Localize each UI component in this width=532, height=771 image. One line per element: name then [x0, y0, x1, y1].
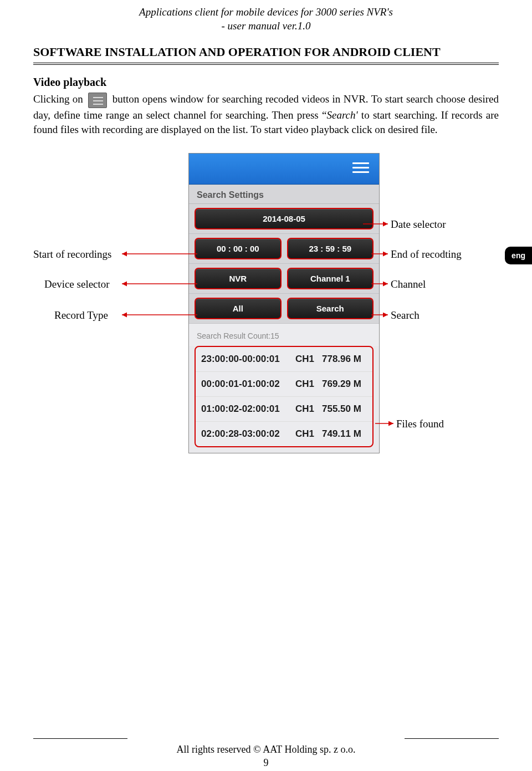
result-time: 01:00:02-02:00:01	[201, 404, 295, 415]
topbar	[189, 154, 379, 185]
list-item[interactable]: 23:00:00-00:00:01 CH1 778.96 M	[196, 347, 372, 372]
body-paragraph: Clicking on button opens window for sear…	[33, 92, 499, 136]
callout-start: Start of recordings	[33, 248, 111, 261]
section-title: SOFTWARE INSTALLATION AND OPERATION FOR …	[33, 45, 499, 59]
record-type[interactable]: All	[195, 298, 282, 319]
result-channel: CH1	[295, 428, 322, 440]
result-size: 749.11 M	[322, 428, 367, 440]
callout-channel: Channel	[391, 278, 426, 290]
result-channel: CH1	[295, 379, 322, 390]
screenshot: Search Settings 2014-08-05 00 : 00 : 00 …	[188, 153, 380, 453]
time-row: 00 : 00 : 00 23 : 59 : 59	[189, 234, 379, 264]
time-from[interactable]: 00 : 00 : 00	[195, 238, 282, 259]
callout-date: Date selector	[391, 218, 446, 231]
callout-device: Device selector	[44, 278, 110, 290]
result-size: 778.96 M	[322, 354, 367, 365]
result-time: 02:00:28-03:00:02	[201, 428, 295, 440]
list-item[interactable]: 00:00:01-01:00:02 CH1 769.29 M	[196, 372, 372, 397]
search-row: All Search	[189, 294, 379, 324]
result-time: 00:00:01-01:00:02	[201, 379, 295, 390]
list-item[interactable]: 01:00:02-02:00:01 CH1 755.50 M	[196, 397, 372, 422]
footer-rights: All rights reserved © AAT Holding sp. z …	[0, 744, 532, 755]
result-count: Search Result Count:15	[189, 324, 379, 346]
device-row: NVR Channel 1	[189, 264, 379, 294]
body-p1a: Clicking on	[33, 93, 86, 105]
list-item[interactable]: 02:00:28-03:00:02 CH1 749.11 M	[196, 422, 372, 446]
section-rule	[33, 63, 499, 65]
playback-list-icon	[88, 93, 107, 108]
time-to[interactable]: 23 : 59 : 59	[287, 238, 374, 259]
callout-search: Search	[391, 309, 420, 321]
callout-end: End of recodting	[391, 248, 462, 261]
result-channel: CH1	[295, 354, 322, 365]
body-p1c: Search'	[326, 109, 357, 121]
result-channel: CH1	[295, 404, 322, 415]
search-settings-title: Search Settings	[189, 185, 379, 204]
language-tab[interactable]: eng	[505, 247, 532, 264]
device-selector[interactable]: NVR	[195, 268, 282, 289]
search-button[interactable]: Search	[287, 298, 374, 319]
doc-header: Applications client for mobile devices f…	[33, 6, 499, 33]
result-size: 769.29 M	[322, 379, 367, 390]
callout-rtype: Record Type	[54, 309, 108, 321]
channel-selector[interactable]: Channel 1	[287, 268, 374, 289]
callout-files: Files found	[396, 418, 444, 430]
date-selector[interactable]: 2014-08-05	[195, 208, 374, 229]
date-row: 2014-08-05	[189, 204, 379, 234]
result-size: 755.50 M	[322, 404, 367, 415]
header-line2: - user manual ver.1.0	[33, 19, 499, 33]
page-number: 9	[0, 757, 532, 769]
menu-icon[interactable]	[352, 162, 369, 175]
footer-rules	[33, 738, 499, 739]
result-box: 23:00:00-00:00:01 CH1 778.96 M 00:00:01-…	[195, 346, 374, 447]
result-time: 23:00:00-00:00:01	[201, 354, 295, 365]
diagram-area: Search Settings 2014-08-05 00 : 00 : 00 …	[33, 153, 499, 552]
subsection-title: Video playback	[33, 76, 499, 89]
header-line1: Applications client for mobile devices f…	[33, 6, 499, 19]
